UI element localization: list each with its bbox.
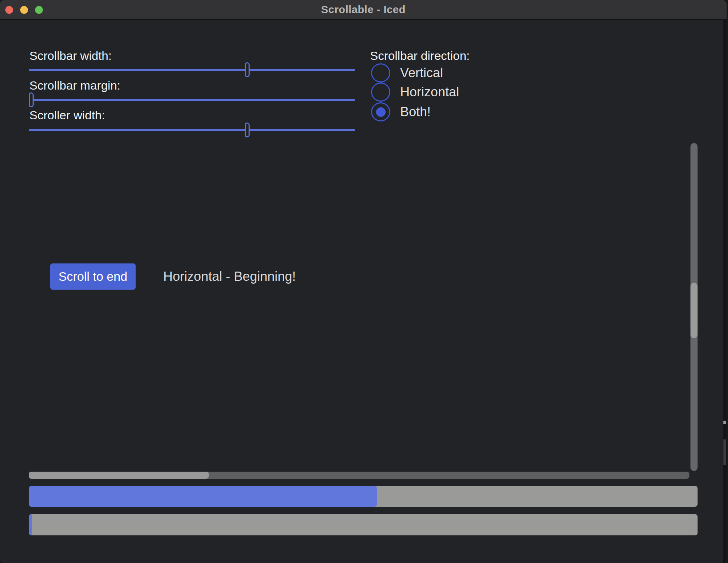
radio-both-circle[interactable]: [371, 102, 390, 121]
vertical-progress-bar: [29, 486, 698, 507]
horizontal-progress-bar: [29, 514, 698, 535]
window-right-edge: [723, 20, 727, 563]
vertical-scrollbar-thumb[interactable]: [690, 283, 698, 338]
scrollbar-width-slider-handle[interactable]: [245, 62, 250, 77]
scrollbar-direction-label: Scrollbar direction:: [370, 49, 470, 63]
scroll-status-text: Horizontal - Beginning!: [163, 263, 296, 290]
scroll-to-end-button[interactable]: Scroll to end: [50, 263, 136, 290]
scroller-width-slider[interactable]: [29, 129, 355, 131]
radio-horizontal-circle[interactable]: [371, 83, 390, 102]
radio-horizontal-label: Horizontal: [400, 85, 459, 99]
vertical-progress-fill: [29, 486, 377, 507]
scrollbar-margin-label: Scrollbar margin:: [29, 79, 120, 92]
window-title: Scrollable - Iced: [0, 0, 727, 19]
title-bar: Scrollable - Iced: [0, 0, 727, 20]
horizontal-scrollbar-thumb[interactable]: [29, 472, 209, 479]
horizontal-progress-fill: [29, 514, 32, 535]
scrollbar-margin-slider[interactable]: [29, 99, 355, 101]
radio-vertical-circle[interactable]: [371, 63, 390, 83]
radio-vertical[interactable]: Vertical: [371, 63, 443, 83]
scroller-width-slider-handle[interactable]: [245, 123, 250, 137]
radio-both[interactable]: Both!: [371, 102, 431, 121]
radio-both-dot: [376, 107, 386, 117]
scrollbar-width-label: Scrollbar width:: [29, 49, 112, 63]
vertical-scrollbar-track[interactable]: [690, 143, 698, 471]
outer-scrollbar-thumb[interactable]: [723, 439, 726, 465]
radio-horizontal[interactable]: Horizontal: [371, 83, 459, 102]
outer-scrollbar-notch: [723, 421, 726, 424]
app-window: Scrollable - Iced Scrollbar width: Scrol…: [0, 0, 727, 563]
scroller-width-label: Scroller width:: [29, 108, 105, 122]
radio-both-label: Both!: [400, 104, 431, 119]
scrollbar-margin-slider-handle[interactable]: [29, 92, 34, 107]
horizontal-scrollbar-track[interactable]: [29, 472, 689, 479]
scrollbar-width-slider[interactable]: [29, 69, 355, 71]
radio-vertical-label: Vertical: [400, 66, 443, 80]
